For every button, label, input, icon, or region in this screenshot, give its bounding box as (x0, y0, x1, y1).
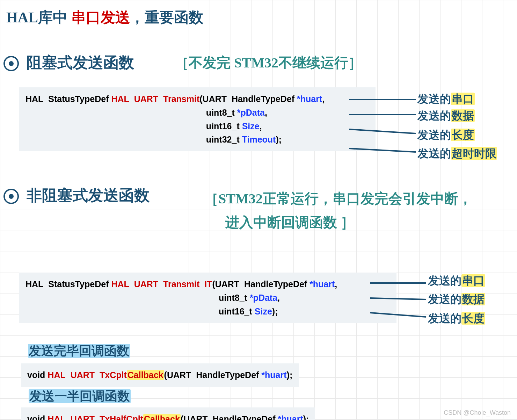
code-p3a: uint16_t (206, 121, 242, 131)
bullet-icon (3, 56, 19, 71)
code-p1b: *huart (310, 279, 335, 289)
section2-code: HAL_StatusTypeDef HAL_UART_Transmit_IT(U… (19, 273, 396, 323)
section2-heading-row: 非阻塞式发送函数 (3, 185, 150, 206)
code-fn: HAL_UART_Transmit (111, 94, 199, 104)
code-p2c: , (277, 293, 280, 303)
section1-note: ［不发完 STM32不继续运行］ (175, 53, 362, 72)
cb1-p1a: (UART_HandleTypeDef (164, 370, 262, 380)
code-fn: HAL_UART_Transmit_IT (111, 279, 212, 289)
section2-note: ［STM32正常运行，串口发完会引发中断， 进入中断回调函数 ］ (204, 187, 472, 234)
callback2-label: 发送一半回调函数 (29, 388, 131, 405)
ann1-1: 发送的串口 (417, 92, 475, 107)
cb1-p1b: *huart (261, 370, 286, 380)
cb2-p1c: ); (303, 414, 309, 420)
code-p3c: , (260, 121, 262, 131)
ann1-4: 发送的超时时限 (417, 146, 497, 161)
cb2-fn-b: Callback (143, 414, 181, 420)
callback2-code: void HAL_UART_TxHalfCpltCallback(UART_Ha… (21, 407, 315, 420)
code-p1c: , (322, 94, 325, 104)
code-ret: HAL_StatusTypeDef (26, 279, 111, 289)
code-p4c: ); (276, 135, 282, 144)
code-p4a: uint32_t (206, 135, 242, 144)
bullet-icon (3, 189, 19, 204)
code-p1b: *huart (297, 94, 322, 104)
code-p2b: *pData (250, 293, 277, 303)
title-pre: HAL库中 (6, 9, 71, 26)
watermark: CSDN @Chole_Waston (444, 409, 511, 417)
section2-heading: 非阻塞式发送函数 (27, 187, 150, 204)
callback1-code: void HAL_UART_TxCpltCallback(UART_Handle… (21, 363, 299, 387)
cb2-fn-a: HAL_UART_TxHalfCplt (48, 414, 143, 420)
code-p2c: , (265, 108, 267, 117)
page-title: HAL库中 串口发送，重要函数 (6, 8, 203, 27)
section1-code: HAL_StatusTypeDef HAL_UART_Transmit(UART… (19, 87, 376, 151)
ann2-2: 发送的数据 (428, 292, 485, 307)
code-p1c: , (335, 279, 337, 289)
code-p2a: uint8_t (219, 293, 250, 303)
title-red: 串口发送 (71, 9, 130, 26)
cb2-ret: void (27, 414, 48, 420)
cb2-p1b: *huart (278, 414, 303, 420)
cb2-p1a: (UART_HandleTypeDef (181, 414, 278, 420)
code-p3a: uint16_t (219, 306, 255, 316)
callback1-label: 发送完毕回调函数 (28, 342, 130, 360)
cb1-fn-b: Callback (127, 370, 164, 380)
ann2-3: 发送的长度 (428, 311, 485, 326)
code-p1a: (UART_HandleTypeDef (199, 94, 297, 104)
cb1-fn-a: HAL_UART_TxCplt (48, 370, 126, 380)
section1-heading-row: 阻塞式发送函数 (3, 52, 134, 73)
code-p2a: uint8_t (206, 108, 237, 117)
code-p1a: (UART_HandleTypeDef (212, 279, 310, 289)
ann1-2: 发送的数据 (417, 108, 475, 124)
section1-heading: 阻塞式发送函数 (27, 54, 134, 71)
ann2-1: 发送的串口 (428, 273, 485, 289)
code-p2b: *pData (237, 108, 265, 117)
code-p3c: ); (272, 306, 278, 316)
ann1-3: 发送的长度 (417, 128, 475, 143)
cb1-p1c: ); (287, 370, 293, 380)
code-p3b: Size (242, 121, 260, 131)
code-p4b: Timeout (242, 135, 276, 144)
code-p3b: Size (255, 306, 272, 316)
title-post: ，重要函数 (130, 9, 203, 26)
cb1-ret: void (27, 370, 48, 380)
code-ret: HAL_StatusTypeDef (26, 94, 111, 104)
